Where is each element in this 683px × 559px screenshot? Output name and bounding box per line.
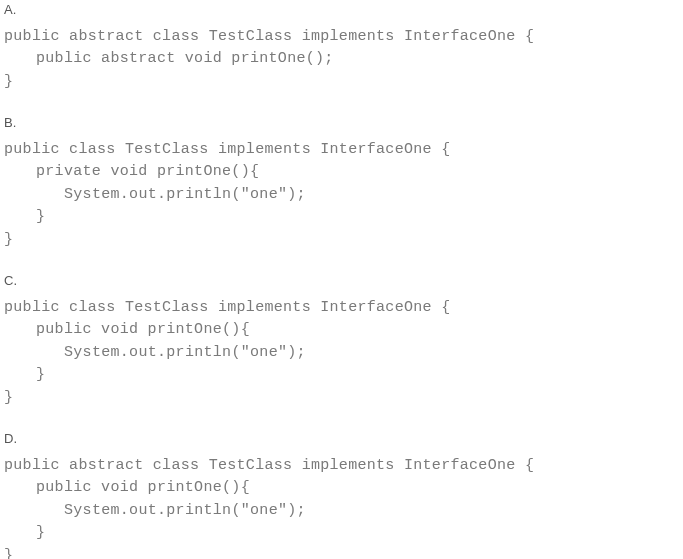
code-block: public class TestClass implements Interf… [0,139,683,252]
code-line: public void printOne(){ [4,319,683,342]
code-line: public class TestClass implements Interf… [4,297,683,320]
option-b: B.public class TestClass implements Inte… [0,113,683,251]
code-line: public abstract class TestClass implemen… [4,455,683,478]
option-c: C.public class TestClass implements Inte… [0,271,683,409]
option-label: A. [0,0,683,20]
code-block: public abstract class TestClass implemen… [0,26,683,94]
code-line: private void printOne(){ [4,161,683,184]
code-line: System.out.println("one"); [4,500,683,523]
code-block: public class TestClass implements Interf… [0,297,683,410]
code-line: } [4,206,683,229]
code-line: } [4,387,683,410]
code-line: } [4,522,683,545]
code-line: public class TestClass implements Interf… [4,139,683,162]
option-label: B. [0,113,683,133]
code-line: public abstract void printOne(); [4,48,683,71]
code-line: } [4,71,683,94]
code-options-container: A.public abstract class TestClass implem… [0,0,683,559]
code-line: public void printOne(){ [4,477,683,500]
code-line: System.out.println("one"); [4,184,683,207]
option-label: C. [0,271,683,291]
code-block: public abstract class TestClass implemen… [0,455,683,560]
code-line: public abstract class TestClass implemen… [4,26,683,49]
code-line: } [4,364,683,387]
code-line: } [4,545,683,560]
code-line: } [4,229,683,252]
option-label: D. [0,429,683,449]
option-a: A.public abstract class TestClass implem… [0,0,683,93]
code-line: System.out.println("one"); [4,342,683,365]
option-d: D.public abstract class TestClass implem… [0,429,683,559]
